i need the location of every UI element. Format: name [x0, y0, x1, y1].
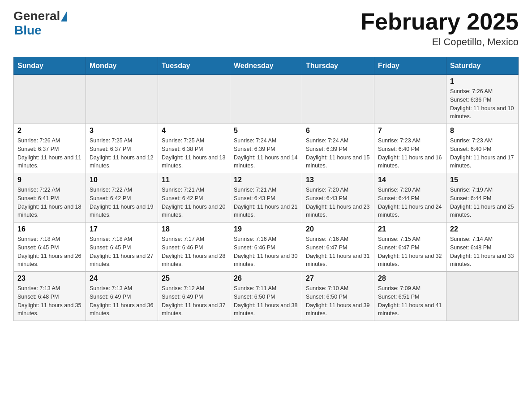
day-of-week-header: Tuesday [158, 57, 230, 75]
day-info: Sunrise: 7:12 AMSunset: 6:49 PMDaylight:… [162, 284, 226, 318]
calendar-cell: 26Sunrise: 7:11 AMSunset: 6:50 PMDayligh… [230, 272, 302, 321]
day-info: Sunrise: 7:20 AMSunset: 6:43 PMDaylight:… [306, 186, 370, 219]
day-info: Sunrise: 7:22 AMSunset: 6:42 PMDaylight:… [90, 186, 154, 219]
day-info: Sunrise: 7:21 AMSunset: 6:42 PMDaylight:… [162, 186, 226, 219]
day-number: 13 [306, 176, 370, 184]
calendar-cell: 23Sunrise: 7:13 AMSunset: 6:48 PMDayligh… [14, 272, 86, 321]
day-number: 3 [90, 127, 154, 135]
calendar-week-row: 2Sunrise: 7:26 AMSunset: 6:37 PMDaylight… [14, 124, 519, 173]
day-number: 24 [90, 274, 154, 283]
calendar-table: SundayMondayTuesdayWednesdayThursdayFrid… [13, 57, 519, 321]
calendar-cell: 24Sunrise: 7:13 AMSunset: 6:49 PMDayligh… [86, 272, 158, 321]
day-info: Sunrise: 7:18 AMSunset: 6:45 PMDaylight:… [17, 235, 82, 269]
page-header: General Blue February 2025 El Copetillo,… [13, 9, 519, 48]
calendar-cell: 20Sunrise: 7:16 AMSunset: 6:47 PMDayligh… [302, 223, 374, 272]
day-number: 22 [450, 225, 515, 233]
day-info: Sunrise: 7:26 AMSunset: 6:37 PMDaylight:… [17, 137, 82, 170]
location-text: El Copetillo, Mexico [360, 36, 519, 48]
calendar-cell: 5Sunrise: 7:24 AMSunset: 6:39 PMDaylight… [230, 124, 302, 173]
calendar-cell: 14Sunrise: 7:20 AMSunset: 6:44 PMDayligh… [374, 173, 446, 223]
calendar-cell: 25Sunrise: 7:12 AMSunset: 6:49 PMDayligh… [158, 272, 230, 321]
day-info: Sunrise: 7:23 AMSunset: 6:40 PMDaylight:… [378, 137, 442, 170]
day-number: 19 [234, 225, 298, 233]
day-info: Sunrise: 7:19 AMSunset: 6:44 PMDaylight:… [450, 186, 515, 219]
day-info: Sunrise: 7:21 AMSunset: 6:43 PMDaylight:… [234, 186, 298, 219]
logo-general-text: General [13, 9, 60, 23]
calendar-cell: 8Sunrise: 7:23 AMSunset: 6:40 PMDaylight… [446, 124, 519, 173]
day-number: 16 [17, 225, 82, 233]
day-number: 9 [17, 176, 82, 184]
day-number: 5 [234, 127, 298, 135]
calendar-week-row: 1Sunrise: 7:26 AMSunset: 6:36 PMDaylight… [14, 75, 519, 124]
day-number: 25 [162, 274, 226, 283]
day-info: Sunrise: 7:16 AMSunset: 6:47 PMDaylight:… [306, 235, 370, 269]
calendar-cell: 1Sunrise: 7:26 AMSunset: 6:36 PMDaylight… [446, 75, 519, 124]
logo-blue-text: Blue [14, 23, 42, 38]
calendar-cell [86, 75, 158, 124]
day-number: 7 [378, 127, 442, 135]
day-info: Sunrise: 7:15 AMSunset: 6:47 PMDaylight:… [378, 235, 442, 269]
day-info: Sunrise: 7:11 AMSunset: 6:50 PMDaylight:… [234, 284, 298, 318]
day-number: 17 [90, 225, 154, 233]
day-number: 20 [306, 225, 370, 233]
calendar-cell: 19Sunrise: 7:16 AMSunset: 6:46 PMDayligh… [230, 223, 302, 272]
day-number: 14 [378, 176, 442, 184]
calendar-cell [374, 75, 446, 124]
day-number: 21 [378, 225, 442, 233]
day-number: 2 [17, 127, 82, 135]
calendar-header-row: SundayMondayTuesdayWednesdayThursdayFrid… [14, 57, 519, 75]
calendar-cell: 15Sunrise: 7:19 AMSunset: 6:44 PMDayligh… [446, 173, 519, 223]
calendar-week-row: 23Sunrise: 7:13 AMSunset: 6:48 PMDayligh… [14, 272, 519, 321]
calendar-cell: 28Sunrise: 7:09 AMSunset: 6:51 PMDayligh… [374, 272, 446, 321]
calendar-cell: 6Sunrise: 7:24 AMSunset: 6:39 PMDaylight… [302, 124, 374, 173]
day-info: Sunrise: 7:20 AMSunset: 6:44 PMDaylight:… [378, 186, 442, 219]
day-number: 8 [450, 127, 515, 135]
day-info: Sunrise: 7:26 AMSunset: 6:36 PMDaylight:… [450, 87, 515, 121]
calendar-cell: 16Sunrise: 7:18 AMSunset: 6:45 PMDayligh… [14, 223, 86, 272]
day-info: Sunrise: 7:13 AMSunset: 6:48 PMDaylight:… [17, 284, 82, 318]
calendar-cell [230, 75, 302, 124]
calendar-cell: 9Sunrise: 7:22 AMSunset: 6:41 PMDaylight… [14, 173, 86, 223]
calendar-cell [302, 75, 374, 124]
calendar-cell: 7Sunrise: 7:23 AMSunset: 6:40 PMDaylight… [374, 124, 446, 173]
day-info: Sunrise: 7:09 AMSunset: 6:51 PMDaylight:… [378, 284, 442, 318]
calendar-cell [158, 75, 230, 124]
calendar-cell: 22Sunrise: 7:14 AMSunset: 6:48 PMDayligh… [446, 223, 519, 272]
day-of-week-header: Sunday [14, 57, 86, 75]
calendar-cell: 11Sunrise: 7:21 AMSunset: 6:42 PMDayligh… [158, 173, 230, 223]
calendar-cell: 27Sunrise: 7:10 AMSunset: 6:50 PMDayligh… [302, 272, 374, 321]
day-info: Sunrise: 7:24 AMSunset: 6:39 PMDaylight:… [306, 137, 370, 170]
day-info: Sunrise: 7:22 AMSunset: 6:41 PMDaylight:… [17, 186, 82, 219]
calendar-cell: 2Sunrise: 7:26 AMSunset: 6:37 PMDaylight… [14, 124, 86, 173]
day-info: Sunrise: 7:23 AMSunset: 6:40 PMDaylight:… [450, 137, 515, 170]
calendar-cell: 10Sunrise: 7:22 AMSunset: 6:42 PMDayligh… [86, 173, 158, 223]
day-number: 6 [306, 127, 370, 135]
day-number: 26 [234, 274, 298, 283]
calendar-cell [14, 75, 86, 124]
calendar-cell: 4Sunrise: 7:25 AMSunset: 6:38 PMDaylight… [158, 124, 230, 173]
day-number: 4 [162, 127, 226, 135]
day-info: Sunrise: 7:10 AMSunset: 6:50 PMDaylight:… [306, 284, 370, 318]
calendar-cell: 12Sunrise: 7:21 AMSunset: 6:43 PMDayligh… [230, 173, 302, 223]
day-info: Sunrise: 7:25 AMSunset: 6:37 PMDaylight:… [90, 137, 154, 170]
title-block: February 2025 El Copetillo, Mexico [360, 9, 519, 48]
day-of-week-header: Monday [86, 57, 158, 75]
calendar-cell: 21Sunrise: 7:15 AMSunset: 6:47 PMDayligh… [374, 223, 446, 272]
calendar-cell: 18Sunrise: 7:17 AMSunset: 6:46 PMDayligh… [158, 223, 230, 272]
day-of-week-header: Friday [374, 57, 446, 75]
calendar-week-row: 9Sunrise: 7:22 AMSunset: 6:41 PMDaylight… [14, 173, 519, 223]
calendar-cell [446, 272, 519, 321]
calendar-cell: 3Sunrise: 7:25 AMSunset: 6:37 PMDaylight… [86, 124, 158, 173]
day-number: 12 [234, 176, 298, 184]
day-info: Sunrise: 7:13 AMSunset: 6:49 PMDaylight:… [90, 284, 154, 318]
day-number: 10 [90, 176, 154, 184]
logo-triangle-icon [61, 11, 67, 21]
day-info: Sunrise: 7:17 AMSunset: 6:46 PMDaylight:… [162, 235, 226, 269]
day-info: Sunrise: 7:14 AMSunset: 6:48 PMDaylight:… [450, 235, 515, 269]
day-info: Sunrise: 7:16 AMSunset: 6:46 PMDaylight:… [234, 235, 298, 269]
day-of-week-header: Wednesday [230, 57, 302, 75]
day-number: 11 [162, 176, 226, 184]
day-number: 28 [378, 274, 442, 283]
day-number: 23 [17, 274, 82, 283]
calendar-week-row: 16Sunrise: 7:18 AMSunset: 6:45 PMDayligh… [14, 223, 519, 272]
